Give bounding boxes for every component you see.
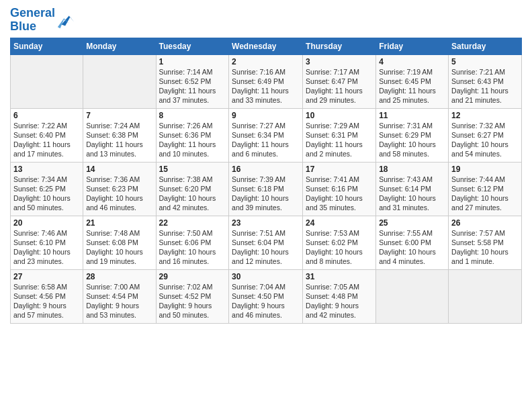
day-info: Sunrise: 7:46 AM Sunset: 6:10 PM Dayligh… [13, 228, 80, 267]
day-number: 22 [159, 218, 226, 228]
day-info: Sunrise: 7:16 AM Sunset: 6:49 PM Dayligh… [232, 67, 300, 105]
day-info: Sunrise: 7:34 AM Sunset: 6:25 PM Dayligh… [13, 175, 80, 213]
weekday-header-row: SundayMondayTuesdayWednesdayThursdayFrid… [11, 38, 522, 54]
day-number: 15 [159, 165, 226, 174]
day-number: 3 [306, 57, 373, 66]
day-info: Sunrise: 7:57 AM Sunset: 5:58 PM Dayligh… [451, 228, 519, 267]
day-info: Sunrise: 7:43 AM Sunset: 6:14 PM Dayligh… [379, 175, 445, 213]
week-row-2: 6Sunrise: 7:22 AM Sunset: 6:40 PM Daylig… [11, 108, 522, 162]
day-number: 2 [232, 57, 300, 66]
day-number: 30 [232, 272, 300, 281]
day-cell: 14Sunrise: 7:36 AM Sunset: 6:23 PM Dayli… [83, 162, 156, 216]
day-number: 5 [451, 57, 519, 66]
weekday-header-sunday: Sunday [11, 38, 83, 54]
day-cell: 4Sunrise: 7:19 AM Sunset: 6:45 PM Daylig… [376, 54, 449, 108]
day-info: Sunrise: 7:26 AM Sunset: 6:36 PM Dayligh… [159, 121, 226, 159]
day-cell [11, 54, 83, 108]
day-cell: 28Sunrise: 7:00 AM Sunset: 4:54 PM Dayli… [83, 269, 156, 323]
day-info: Sunrise: 7:55 AM Sunset: 6:00 PM Dayligh… [379, 228, 445, 267]
day-number: 27 [13, 272, 80, 281]
day-number: 13 [13, 165, 80, 174]
day-number: 24 [306, 218, 373, 228]
day-info: Sunrise: 7:22 AM Sunset: 6:40 PM Dayligh… [13, 121, 80, 159]
logo-icon [56, 11, 75, 30]
week-row-4: 20Sunrise: 7:46 AM Sunset: 6:10 PM Dayli… [11, 216, 522, 269]
day-cell: 20Sunrise: 7:46 AM Sunset: 6:10 PM Dayli… [11, 216, 83, 269]
day-number: 16 [232, 165, 300, 174]
day-cell: 9Sunrise: 7:27 AM Sunset: 6:34 PM Daylig… [229, 108, 303, 162]
day-cell: 31Sunrise: 7:05 AM Sunset: 4:48 PM Dayli… [303, 269, 376, 323]
day-number: 25 [379, 218, 445, 228]
day-info: Sunrise: 7:00 AM Sunset: 4:54 PM Dayligh… [86, 282, 152, 320]
calendar: SundayMondayTuesdayWednesdayThursdayFrid… [10, 38, 522, 324]
day-info: Sunrise: 6:58 AM Sunset: 4:56 PM Dayligh… [13, 282, 80, 320]
day-number: 29 [159, 272, 226, 281]
day-cell: 5Sunrise: 7:21 AM Sunset: 6:43 PM Daylig… [449, 54, 522, 108]
day-info: Sunrise: 7:53 AM Sunset: 6:02 PM Dayligh… [306, 228, 373, 267]
day-info: Sunrise: 7:41 AM Sunset: 6:16 PM Dayligh… [306, 175, 373, 213]
day-info: Sunrise: 7:04 AM Sunset: 4:50 PM Dayligh… [232, 282, 300, 320]
day-cell: 7Sunrise: 7:24 AM Sunset: 6:38 PM Daylig… [83, 108, 156, 162]
day-info: Sunrise: 7:24 AM Sunset: 6:38 PM Dayligh… [86, 121, 152, 159]
weekday-header-thursday: Thursday [303, 38, 376, 54]
day-number: 26 [451, 218, 519, 228]
day-cell: 22Sunrise: 7:50 AM Sunset: 6:06 PM Dayli… [156, 216, 229, 269]
weekday-header-saturday: Saturday [449, 38, 522, 54]
weekday-header-wednesday: Wednesday [229, 38, 303, 54]
day-info: Sunrise: 7:19 AM Sunset: 6:45 PM Dayligh… [379, 67, 445, 105]
day-cell: 30Sunrise: 7:04 AM Sunset: 4:50 PM Dayli… [229, 269, 303, 323]
day-cell: 26Sunrise: 7:57 AM Sunset: 5:58 PM Dayli… [449, 216, 522, 269]
day-cell [83, 54, 156, 108]
day-number: 19 [451, 165, 519, 174]
day-cell: 13Sunrise: 7:34 AM Sunset: 6:25 PM Dayli… [11, 162, 83, 216]
day-info: Sunrise: 7:27 AM Sunset: 6:34 PM Dayligh… [232, 121, 300, 159]
day-cell: 8Sunrise: 7:26 AM Sunset: 6:36 PM Daylig… [156, 108, 229, 162]
day-number: 7 [86, 111, 152, 120]
day-cell: 19Sunrise: 7:44 AM Sunset: 6:12 PM Dayli… [449, 162, 522, 216]
day-cell: 2Sunrise: 7:16 AM Sunset: 6:49 PM Daylig… [229, 54, 303, 108]
day-number: 8 [159, 111, 226, 120]
weekday-header-friday: Friday [376, 38, 449, 54]
weekday-header-tuesday: Tuesday [156, 38, 229, 54]
day-number: 17 [306, 165, 373, 174]
day-cell: 10Sunrise: 7:29 AM Sunset: 6:31 PM Dayli… [303, 108, 376, 162]
day-number: 4 [379, 57, 445, 66]
day-cell: 21Sunrise: 7:48 AM Sunset: 6:08 PM Dayli… [83, 216, 156, 269]
day-number: 21 [86, 218, 152, 228]
day-info: Sunrise: 7:14 AM Sunset: 6:52 PM Dayligh… [159, 67, 226, 105]
day-number: 20 [13, 218, 80, 228]
day-info: Sunrise: 7:29 AM Sunset: 6:31 PM Dayligh… [306, 121, 373, 159]
day-info: Sunrise: 7:32 AM Sunset: 6:27 PM Dayligh… [451, 121, 519, 159]
day-cell: 15Sunrise: 7:38 AM Sunset: 6:20 PM Dayli… [156, 162, 229, 216]
day-cell: 12Sunrise: 7:32 AM Sunset: 6:27 PM Dayli… [449, 108, 522, 162]
day-cell: 18Sunrise: 7:43 AM Sunset: 6:14 PM Dayli… [376, 162, 449, 216]
day-number: 10 [306, 111, 373, 120]
day-cell: 16Sunrise: 7:39 AM Sunset: 6:18 PM Dayli… [229, 162, 303, 216]
day-cell: 29Sunrise: 7:02 AM Sunset: 4:52 PM Dayli… [156, 269, 229, 323]
day-cell: 6Sunrise: 7:22 AM Sunset: 6:40 PM Daylig… [11, 108, 83, 162]
day-cell: 24Sunrise: 7:53 AM Sunset: 6:02 PM Dayli… [303, 216, 376, 269]
day-number: 28 [86, 272, 152, 281]
day-cell: 3Sunrise: 7:17 AM Sunset: 6:47 PM Daylig… [303, 54, 376, 108]
logo: General Blue [10, 7, 75, 34]
day-info: Sunrise: 7:17 AM Sunset: 6:47 PM Dayligh… [306, 67, 373, 105]
week-row-1: 1Sunrise: 7:14 AM Sunset: 6:52 PM Daylig… [11, 54, 522, 108]
day-number: 31 [306, 272, 373, 281]
page-header: General Blue [10, 7, 522, 34]
day-info: Sunrise: 7:05 AM Sunset: 4:48 PM Dayligh… [306, 282, 373, 320]
day-info: Sunrise: 7:36 AM Sunset: 6:23 PM Dayligh… [86, 175, 152, 213]
weekday-header-monday: Monday [83, 38, 156, 54]
day-info: Sunrise: 7:48 AM Sunset: 6:08 PM Dayligh… [86, 228, 152, 267]
day-cell: 25Sunrise: 7:55 AM Sunset: 6:00 PM Dayli… [376, 216, 449, 269]
day-info: Sunrise: 7:31 AM Sunset: 6:29 PM Dayligh… [379, 121, 445, 159]
day-number: 23 [232, 218, 300, 228]
day-info: Sunrise: 7:38 AM Sunset: 6:20 PM Dayligh… [159, 175, 226, 213]
day-cell: 11Sunrise: 7:31 AM Sunset: 6:29 PM Dayli… [376, 108, 449, 162]
logo-text2: Blue [10, 20, 55, 34]
logo-text: General [10, 7, 55, 20]
day-cell: 17Sunrise: 7:41 AM Sunset: 6:16 PM Dayli… [303, 162, 376, 216]
day-number: 12 [451, 111, 519, 120]
day-info: Sunrise: 7:39 AM Sunset: 6:18 PM Dayligh… [232, 175, 300, 213]
day-cell: 1Sunrise: 7:14 AM Sunset: 6:52 PM Daylig… [156, 54, 229, 108]
day-number: 9 [232, 111, 300, 120]
